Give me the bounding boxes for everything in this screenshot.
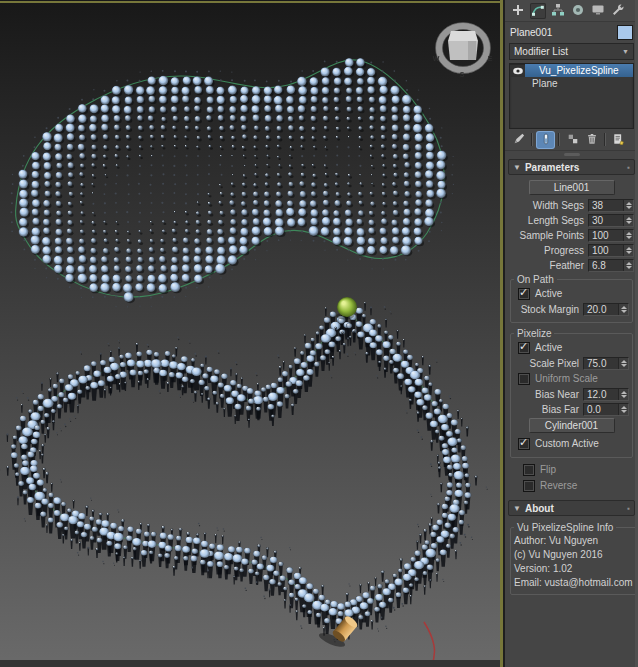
tab-modify[interactable]	[530, 3, 546, 19]
about-version: Version: 1.02	[514, 562, 633, 576]
about-copyright: (c) Vu Nguyen 2016	[514, 548, 633, 562]
scale-pixel-input[interactable]: 75.0	[583, 357, 629, 370]
object-color-swatch[interactable]	[617, 25, 633, 40]
show-end-result-icon	[540, 133, 552, 147]
modifier-stack: Vu_PixelizeSpline Plane	[509, 63, 634, 129]
about-info-box: Vu PixelizeSpline Info Author: Vu Nguyen…	[510, 522, 637, 595]
show-end-result-button[interactable]	[537, 132, 554, 148]
param-width-segs: Width Segs 38	[509, 199, 634, 212]
spinner-arrows[interactable]	[623, 245, 633, 256]
modifier-enable-eye-icon[interactable]	[510, 65, 525, 77]
rollout-header-about[interactable]: ▼ About ▪	[508, 500, 635, 516]
modifier-list-dropdown[interactable]: Modifier List ▼	[509, 43, 634, 60]
rollout-pin-icon: ▪	[627, 163, 630, 172]
make-unique-icon	[567, 133, 579, 147]
feather-input[interactable]: 6.8	[588, 259, 634, 272]
rollout-header-parameters[interactable]: ▼ Parameters ▪	[508, 159, 635, 175]
motion-icon	[571, 3, 585, 19]
spinner-arrows[interactable]	[618, 358, 628, 369]
spinner-arrows[interactable]	[623, 200, 633, 211]
group-pixelize: Pixelize Active Scale Pixel 75.0 Uniform…	[510, 328, 633, 458]
checkbox-uniform-scale[interactable]: Uniform Scale	[518, 372, 629, 385]
length-segs-input[interactable]: 30	[588, 214, 634, 227]
spinner-arrows[interactable]	[623, 215, 633, 226]
configure-modifier-sets-button[interactable]	[610, 132, 627, 148]
rollout-pin-icon: ▪	[627, 504, 630, 513]
panel-splitter[interactable]	[505, 150, 638, 157]
progress-input[interactable]: 100	[588, 244, 634, 257]
about-author: Author: Vu Nguyen	[514, 534, 633, 548]
chevron-down-icon: ▼	[622, 48, 629, 55]
viewport-panel	[0, 0, 503, 667]
create-plus-icon	[511, 3, 525, 19]
rollout-collapse-icon: ▼	[513, 163, 521, 172]
object-name-field[interactable]: Plane001	[510, 27, 552, 38]
checkbox-flip[interactable]: Flip	[523, 463, 634, 476]
modifier-list-label: Modifier List	[514, 46, 568, 57]
remove-modifier-button[interactable]	[583, 132, 600, 148]
tab-hierarchy[interactable]	[550, 3, 566, 19]
tab-motion[interactable]	[570, 3, 586, 19]
stack-toolbar	[505, 129, 638, 150]
checkbox-on-path-active[interactable]: Active	[518, 287, 629, 300]
rollout-parameters: ▼ Parameters ▪ Line001 Width Segs 38 Len…	[505, 159, 638, 498]
width-segs-input[interactable]: 38	[588, 199, 634, 212]
group-on-path: On Path Active Stock Margin 20.0	[510, 274, 633, 323]
checkbox-pixelize-active[interactable]: Active	[518, 341, 629, 354]
param-stock-margin: Stock Margin 20.0	[514, 303, 629, 316]
make-unique-button[interactable]	[564, 132, 581, 148]
tab-create[interactable]	[510, 3, 526, 19]
pin-stack-button[interactable]	[510, 132, 527, 148]
rollout-collapse-icon: ▼	[513, 504, 521, 513]
toolbar-separator	[531, 133, 533, 146]
viewport-3d-canvas[interactable]	[0, 0, 503, 667]
toolbar-separator	[558, 133, 560, 146]
toolbar-separator	[604, 133, 606, 146]
spinner-arrows[interactable]	[618, 389, 628, 400]
display-icon	[591, 3, 605, 19]
tab-utilities[interactable]	[610, 3, 626, 19]
param-scale-pixel: Scale Pixel 75.0	[514, 357, 629, 370]
checkbox-reverse[interactable]: Reverse	[523, 479, 634, 492]
stack-item-plane[interactable]: Plane	[510, 77, 633, 90]
utilities-icon	[611, 3, 625, 19]
trash-icon	[586, 133, 598, 147]
modify-icon	[531, 3, 545, 19]
spinner-arrows[interactable]	[623, 230, 633, 241]
spinner-arrows[interactable]	[618, 404, 628, 415]
pick-custom-object-button[interactable]: Cylinder001	[529, 418, 615, 433]
pin-stack-icon	[513, 133, 525, 147]
pick-spline-button[interactable]: Line001	[529, 180, 615, 195]
param-sample-points: Sample Points 100	[509, 229, 634, 242]
hierarchy-icon	[551, 3, 565, 19]
param-feather: Feather 6.8	[509, 259, 634, 272]
stock-margin-input[interactable]: 20.0	[583, 303, 629, 316]
about-email: Email: vusta@hotmail.com	[514, 576, 633, 590]
param-bias-far: Bias Far 0.0	[514, 403, 629, 416]
rollout-about: ▼ About ▪ Vu PixelizeSpline Info Author:…	[505, 500, 638, 603]
bias-near-input[interactable]: 12.0	[583, 388, 629, 401]
bias-far-input[interactable]: 0.0	[583, 403, 629, 416]
command-panel: Plane001 Modifier List ▼ Vu_PixelizeSpli…	[505, 0, 638, 667]
tab-display[interactable]	[590, 3, 606, 19]
param-bias-near: Bias Near 12.0	[514, 388, 629, 401]
param-length-segs: Length Segs 30	[509, 214, 634, 227]
stack-item-vu-pixelizespline[interactable]: Vu_PixelizeSpline	[510, 64, 633, 77]
command-panel-tabs	[505, 0, 638, 22]
configure-sets-icon	[613, 133, 625, 147]
sample-points-input[interactable]: 100	[588, 229, 634, 242]
spinner-arrows[interactable]	[623, 260, 633, 271]
spinner-arrows[interactable]	[618, 304, 628, 315]
param-progress: Progress 100	[509, 244, 634, 257]
checkbox-custom-active[interactable]: Custom Active	[518, 437, 629, 450]
